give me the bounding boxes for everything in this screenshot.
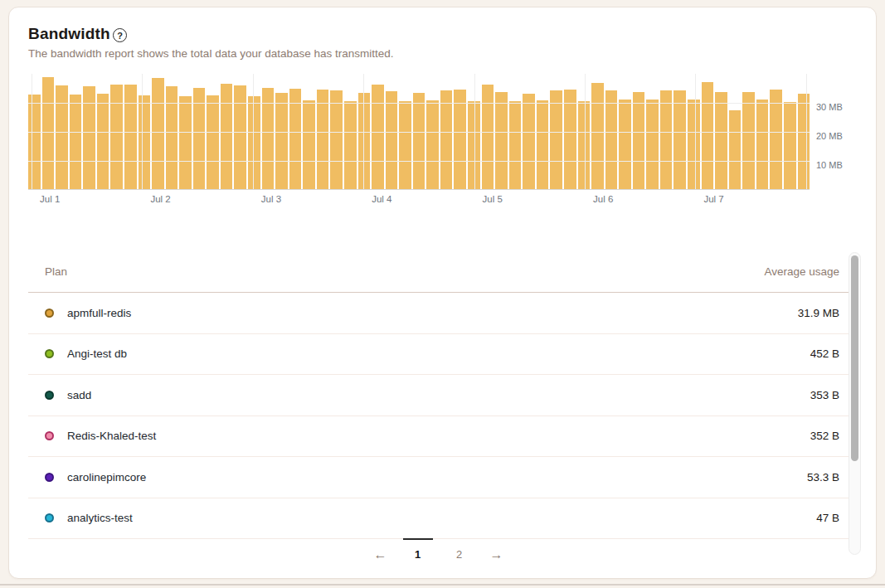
chart-bar[interactable] [702, 82, 714, 189]
chart-bar[interactable] [495, 92, 508, 189]
chart-bar[interactable] [619, 100, 631, 190]
chart-bar[interactable] [440, 90, 453, 189]
chart-bar[interactable] [426, 100, 439, 189]
table-header: Plan Average usage [28, 250, 849, 293]
chart-bar[interactable] [756, 100, 769, 189]
page-number-1[interactable]: 1 [403, 538, 433, 570]
next-page-arrow-icon[interactable]: → [486, 544, 508, 566]
help-icon[interactable]: ? [113, 28, 127, 42]
table-scrollbar-thumb[interactable] [851, 255, 858, 461]
table-row[interactable]: Redis-Khaled-test 352 B [28, 416, 849, 458]
chart-bar[interactable] [386, 91, 398, 189]
plan-usage-value: 47 B [816, 512, 839, 524]
chart-bar[interactable] [124, 85, 137, 189]
x-axis-tick-label: Jul 7 [703, 194, 723, 204]
chart-bar[interactable] [317, 90, 329, 189]
chart-bar[interactable] [166, 86, 178, 189]
chart-bar[interactable] [523, 94, 535, 189]
table-scrollbar-track[interactable] [849, 252, 861, 555]
chart-bar[interactable] [784, 102, 796, 189]
plan-name: sadd [67, 389, 810, 401]
plan-color-dot [45, 513, 54, 522]
gridline [363, 74, 364, 189]
chart-bar[interactable] [221, 84, 233, 189]
chart-bar[interactable] [248, 96, 260, 189]
chart-bar[interactable] [110, 85, 123, 189]
chart-bar[interactable] [688, 100, 700, 190]
chart-bar[interactable] [207, 95, 219, 189]
chart-bar[interactable] [660, 90, 673, 189]
column-header-plan: Plan [45, 265, 67, 278]
chart-y-axis: 30 MB20 MB10 MB [816, 74, 866, 190]
chart-x-axis: Jul 1Jul 2Jul 3Jul 4Jul 5Jul 6Jul 7 [28, 194, 810, 207]
bandwidth-chart [28, 74, 810, 190]
y-axis-tick-label: 30 MB [816, 102, 843, 112]
chart-bar[interactable] [564, 90, 576, 189]
usage-table: Plan Average usage apmfull-redis 31.9 MB… [28, 250, 849, 539]
chart-bar[interactable] [578, 101, 591, 189]
gridline [253, 74, 254, 189]
chart-bar[interactable] [413, 93, 425, 189]
chart-bar[interactable] [673, 90, 686, 189]
plan-usage-value: 353 B [810, 389, 839, 401]
plan-color-dot [45, 431, 54, 440]
chart-bar[interactable] [330, 90, 343, 189]
chart-bar[interactable] [482, 85, 494, 189]
plan-color-dot [45, 309, 54, 318]
chart-bar[interactable] [275, 93, 288, 189]
chart-bar[interactable] [289, 89, 302, 189]
chart-bar[interactable] [139, 95, 151, 189]
table-row[interactable]: apmfull-redis 31.9 MB [28, 293, 849, 334]
x-axis-tick-label: Jul 4 [372, 194, 391, 204]
plan-name: Redis-Khaled-test [67, 430, 810, 442]
x-axis-tick-label: Jul 1 [40, 194, 60, 204]
chart-bar[interactable] [550, 90, 562, 189]
chart-bar[interactable] [798, 94, 810, 190]
page-title: Bandwidth [28, 25, 110, 43]
previous-page-arrow-icon[interactable]: ← [370, 544, 391, 566]
chart-bar[interactable] [454, 90, 466, 189]
chart-bar[interactable] [537, 100, 549, 189]
chart-bar[interactable] [234, 85, 246, 189]
chart-bar[interactable] [83, 86, 95, 189]
plan-name: carolinepimcore [67, 471, 807, 484]
chart-bar[interactable] [742, 92, 755, 189]
table-row[interactable]: Angi-test db 452 B [28, 334, 849, 376]
table-row[interactable]: sadd 353 B [28, 375, 849, 416]
chart-bar[interactable] [152, 78, 164, 189]
chart-bar[interactable] [70, 95, 82, 189]
chart-bar[interactable] [633, 92, 645, 189]
chart-bar[interactable] [344, 101, 357, 189]
chart-bar[interactable] [591, 83, 604, 189]
pagination: ← 1 2 → [28, 539, 849, 571]
gridline [474, 74, 475, 189]
gridline [32, 74, 32, 189]
x-axis-tick-label: Jul 3 [261, 194, 281, 204]
column-header-average-usage: Average usage [764, 265, 839, 278]
chart-bar[interactable] [42, 77, 55, 189]
chart-bar[interactable] [715, 92, 727, 189]
page-number-2[interactable]: 2 [445, 538, 474, 570]
page-subtitle: The bandwidth report shows the total dat… [28, 47, 394, 60]
plan-color-dot [45, 473, 54, 482]
chart-bar[interactable] [303, 100, 315, 189]
chart-bar[interactable] [399, 101, 411, 189]
chart-bar[interactable] [56, 85, 68, 189]
table-row[interactable]: analytics-test 47 B [28, 498, 849, 540]
plan-usage-value: 31.9 MB [798, 307, 839, 319]
chart-bar[interactable] [179, 96, 192, 189]
plan-color-dot [45, 391, 54, 400]
gridline [142, 74, 143, 189]
chart-bar[interactable] [646, 100, 659, 190]
chart-bar[interactable] [372, 85, 384, 189]
gridline [28, 103, 810, 104]
chart-bar[interactable] [729, 110, 742, 189]
y-axis-tick-label: 10 MB [816, 160, 843, 170]
chart-bar[interactable] [28, 95, 41, 189]
table-row[interactable]: carolinepimcore 53.3 B [28, 457, 849, 498]
chart-bar[interactable] [605, 90, 618, 189]
chart-bar[interactable] [770, 90, 782, 189]
bandwidth-card: Bandwidth ? The bandwidth report shows t… [8, 7, 877, 579]
chart-bar[interactable] [97, 94, 109, 189]
chart-bar[interactable] [509, 101, 522, 189]
